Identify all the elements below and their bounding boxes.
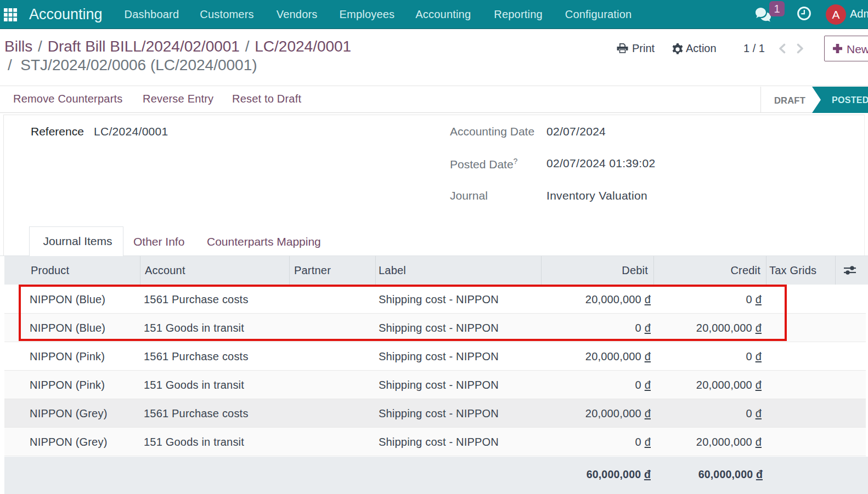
svg-text:POSTED: POSTED bbox=[832, 95, 868, 105]
